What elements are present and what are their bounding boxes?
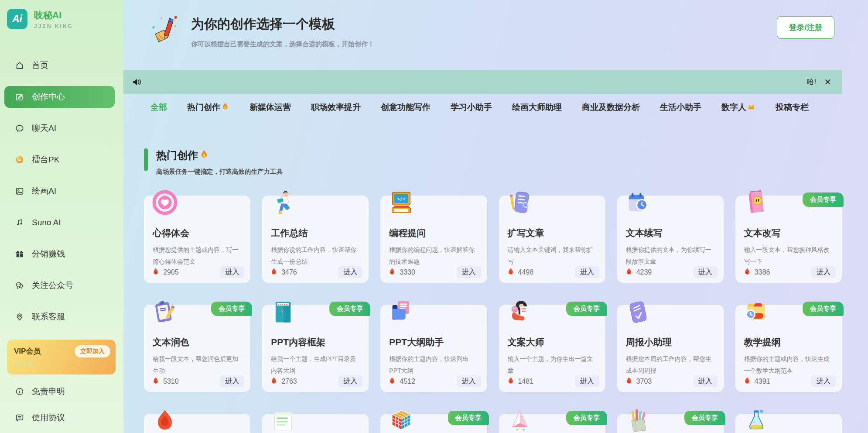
chat-bubble-icon <box>15 124 24 133</box>
usage-count: 4512 <box>400 378 415 385</box>
tab-5[interactable]: 学习小助手 <box>451 102 492 113</box>
enter-button[interactable]: 进入 <box>220 375 244 387</box>
template-card[interactable]: 会员专享 文本润色 给我一段文本，帮您润色后更加生动 5310 进入 <box>144 305 250 392</box>
main-area: 为你的创作选择一个模板 你可以根据自己需要生成的文案，选择合适的模板，开始创作！… <box>123 0 868 433</box>
vip-badge: 会员专享 <box>566 302 607 316</box>
template-card[interactable]: 文本续写 根据你提供的文本，为你续写一段故事文章 4239 进入 <box>617 196 724 283</box>
tab-7[interactable]: 商业及数据分析 <box>582 102 640 113</box>
template-grid: 心得体会 根据您提供的主题或内容，写一篇心得体会范文 2905 进入 工作总结 … <box>144 196 842 433</box>
tab-8[interactable]: 生活小助手 <box>660 102 701 113</box>
tab-9[interactable]: 数字人 <box>721 102 755 113</box>
flame-emoji-icon <box>221 102 229 113</box>
card-footer: 3386 进入 <box>743 266 836 278</box>
login-register-button[interactable]: 登录/注册 <box>777 16 834 39</box>
template-card[interactable] <box>735 414 842 433</box>
tab-4[interactable]: 创意功能写作 <box>381 102 431 113</box>
card-desc: 输入一个主题，为你生出一篇文章 <box>508 353 597 376</box>
enter-button[interactable]: 进入 <box>811 266 836 278</box>
sidebar-link-disclaimer[interactable]: 免责申明 <box>4 381 115 402</box>
template-card[interactable]: PPT大纲助手 根据你的主题内容，快速列出PPT大纲 4512 进入 <box>380 305 487 392</box>
sidebar-item-chat-ai[interactable]: 聊天AI <box>4 117 115 139</box>
vip-join-button[interactable]: 立即加入 <box>75 345 110 357</box>
sidebar-item-contact-support[interactable]: 联系客服 <box>4 306 115 328</box>
tab-10[interactable]: 投稿专栏 <box>776 102 809 113</box>
enter-button[interactable]: 进入 <box>457 375 481 387</box>
nav-label: 首页 <box>32 60 48 71</box>
enter-button[interactable]: 进入 <box>575 375 599 387</box>
hot-flame-icon <box>270 377 278 386</box>
sidebar-link-agreement[interactable]: 使用协议 <box>4 407 115 429</box>
flame-3d-icon <box>152 408 178 433</box>
tab-label: 生活小助手 <box>660 102 701 113</box>
template-card[interactable]: 会员专享 文本改写 输入一段文本，帮您换种风格改写一下 3386 进入 <box>735 196 842 283</box>
template-card[interactable]: 会员专享 教学提纲 根据你的主题或内容，快速生成一个教学大纲范本 4391 进入 <box>735 305 842 392</box>
folder-doc-icon <box>388 299 414 326</box>
template-card[interactable]: 会员专享 PPT内容框架 给我一个主题，生成PPT目录及内容大纲 2763 进入 <box>262 305 369 392</box>
crown-emoji-icon <box>747 102 755 113</box>
card-footer: 4239 进入 <box>625 266 718 278</box>
pencil-illustration-icon <box>148 13 180 48</box>
template-card[interactable]: 心得体会 根据您提供的主题或内容，写一篇心得体会范文 2905 进入 <box>144 196 250 283</box>
card-footer: 3330 进入 <box>388 266 481 278</box>
origami-icon <box>507 408 533 433</box>
template-card[interactable]: 会员专享 <box>617 414 724 433</box>
hot-flame-icon <box>507 377 515 386</box>
vip-status: 未开通 <box>14 360 109 368</box>
enter-button[interactable]: 进入 <box>693 266 718 278</box>
template-card[interactable]: 会员专享 <box>499 414 605 433</box>
tab-label: 创意功能写作 <box>381 102 431 113</box>
usage-count: 4391 <box>755 378 770 385</box>
template-card[interactable]: 扩写文章 请输入文本关键词，我来帮你扩写 4498 进入 <box>499 196 605 283</box>
enter-button[interactable]: 进入 <box>575 266 599 278</box>
tab-0[interactable]: 全部 <box>150 102 167 113</box>
sidebar-item-suno-ai[interactable]: Suno AI <box>4 212 115 234</box>
tab-1[interactable]: 热门创作 <box>187 102 229 113</box>
green-notes-icon <box>270 408 296 433</box>
hot-flame-icon <box>388 377 396 386</box>
enter-button[interactable]: 进入 <box>811 375 836 387</box>
book-smiley-icon <box>743 189 769 216</box>
card-footer: 4512 进入 <box>388 375 481 387</box>
enter-button[interactable]: 进入 <box>693 375 718 387</box>
template-card[interactable]: </> 编程提问 根据你的编程问题，快速解答你的技术难题 3330 进入 <box>380 196 487 283</box>
tab-label: 数字人 <box>721 102 746 113</box>
tab-label: 热门创作 <box>187 102 220 113</box>
tab-3[interactable]: 职场效率提升 <box>311 102 361 113</box>
sidebar-item-paint-ai[interactable]: 绘画AI <box>4 180 115 202</box>
svg-text:</>: </> <box>397 196 406 202</box>
enter-button[interactable]: 进入 <box>338 266 362 278</box>
logo[interactable]: Ai 吱秘AI JJZN KING <box>7 9 123 29</box>
card-desc: 给我一段文本，帮您润色后更加生动 <box>153 353 242 376</box>
tab-2[interactable]: 新媒体运营 <box>249 102 291 113</box>
enter-button[interactable]: 进入 <box>338 375 362 387</box>
template-card[interactable] <box>262 414 369 433</box>
nav-label: 联系客服 <box>32 311 65 323</box>
tab-6[interactable]: 绘画大师助理 <box>512 102 562 113</box>
template-card[interactable]: 周报小助理 根据您本周的工作内容，帮您生成本周周报 3703 进入 <box>617 305 724 392</box>
nav-label: 免责申明 <box>32 386 65 397</box>
template-card[interactable] <box>144 414 250 433</box>
notice-text: 哈! <box>807 77 817 87</box>
page-header: 为你的创作选择一个模板 你可以根据自己需要生成的文案，选择合适的模板，开始创作！… <box>123 0 868 70</box>
sidebar-item-affiliate[interactable]: 分销赚钱 <box>4 243 115 265</box>
template-card[interactable]: 会员专享 文案大师 输入一个主题，为你生出一篇文章 1481 进入 <box>499 305 605 392</box>
sidebar-item-follow-wechat[interactable]: 关注公众号 <box>4 275 115 296</box>
close-icon[interactable]: ✕ <box>824 78 831 86</box>
vip-card[interactable]: VIP会员 立即加入 未开通 <box>7 340 116 375</box>
calendar-clock-icon <box>625 189 651 216</box>
template-card[interactable]: 会员专享 <box>380 414 487 433</box>
nav-label: 分销赚钱 <box>32 248 65 260</box>
card-desc: 根据你的主题内容，快速列出PPT大纲 <box>389 353 478 376</box>
tab-label: 投稿专栏 <box>776 102 809 113</box>
sidebar-item-arena-pk[interactable]: 擂台PK <box>4 149 115 171</box>
notice-bar: 哈! ✕ <box>123 70 842 94</box>
category-tabs: 全部 热门创作 新媒体运营 职场效率提升 创意功能写作 学习小助手 绘画大师助理… <box>150 94 868 121</box>
usage-count: 2905 <box>163 268 179 276</box>
image-icon <box>15 186 24 196</box>
sidebar-item-creation-center[interactable]: 创作中心 <box>4 86 115 108</box>
enter-button[interactable]: 进入 <box>457 266 481 278</box>
sidebar-item-home[interactable]: 首页 <box>4 55 115 76</box>
template-card[interactable]: 工作总结 根据你说的工作内容，快速帮你生成一份总结 3476 进入 <box>262 196 369 283</box>
card-footer: 3476 进入 <box>270 266 362 278</box>
enter-button[interactable]: 进入 <box>220 266 244 278</box>
